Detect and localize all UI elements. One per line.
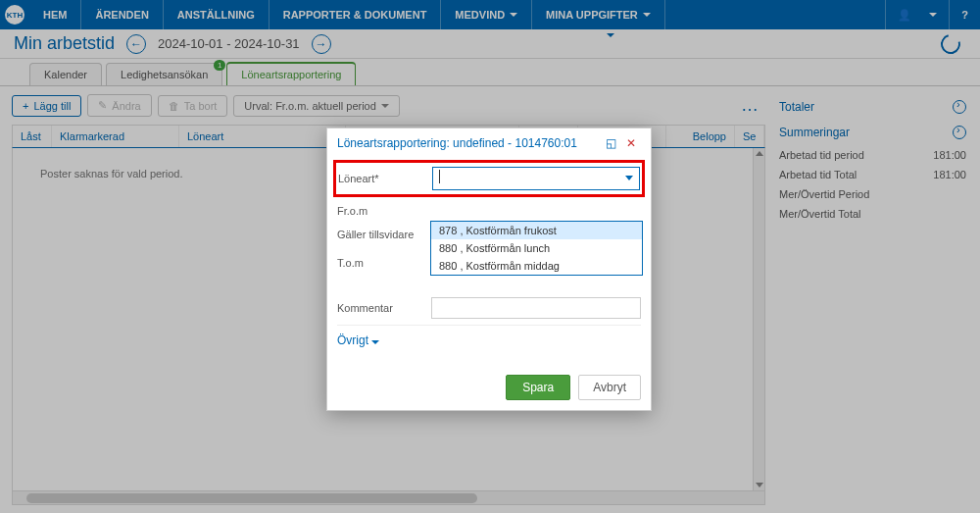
label-from: Fr.o.m — [337, 205, 431, 217]
ovrigt-label: Övrigt — [337, 333, 368, 347]
loneart-select[interactable] — [432, 167, 640, 190]
chevron-down-icon — [625, 176, 633, 180]
label-galler: Gäller tillsvidare — [337, 229, 414, 240]
dropdown-option[interactable]: 880 , Kostförmån middag — [431, 257, 642, 275]
modal-title: Löneartsrapportering: undefined - 101476… — [337, 136, 601, 150]
row-kommentar: Kommentar — [337, 280, 641, 325]
loneart-dropdown: 878 , Kostförmån frukost 880 , Kostförmå… — [430, 221, 643, 276]
close-icon[interactable]: ✕ — [621, 136, 641, 150]
expand-modal-icon[interactable]: ◱ — [601, 136, 621, 150]
modal: Löneartsrapportering: undefined - 101476… — [326, 128, 652, 411]
dropdown-option[interactable]: 880 , Kostförmån lunch — [431, 239, 642, 257]
modal-header: Löneartsrapportering: undefined - 101476… — [327, 128, 651, 158]
chevron-down-icon — [371, 340, 379, 344]
text-cursor — [439, 170, 440, 183]
ovrigt-toggle[interactable]: Övrigt — [337, 325, 641, 355]
label-tom: T.o.m — [337, 257, 431, 269]
dropdown-option[interactable]: 878 , Kostförmån frukost — [431, 222, 642, 239]
cancel-button[interactable]: Avbryt — [578, 375, 641, 400]
kommentar-input[interactable] — [431, 297, 641, 319]
save-button[interactable]: Spara — [506, 375, 570, 400]
row-loneart-highlight: Löneart* — [333, 160, 645, 197]
label-loneart: Löneart* — [338, 173, 432, 184]
modal-footer: Spara Avbryt — [327, 365, 651, 410]
row-from: Fr.o.m — [337, 199, 641, 223]
label-kommentar: Kommentar — [337, 302, 431, 314]
